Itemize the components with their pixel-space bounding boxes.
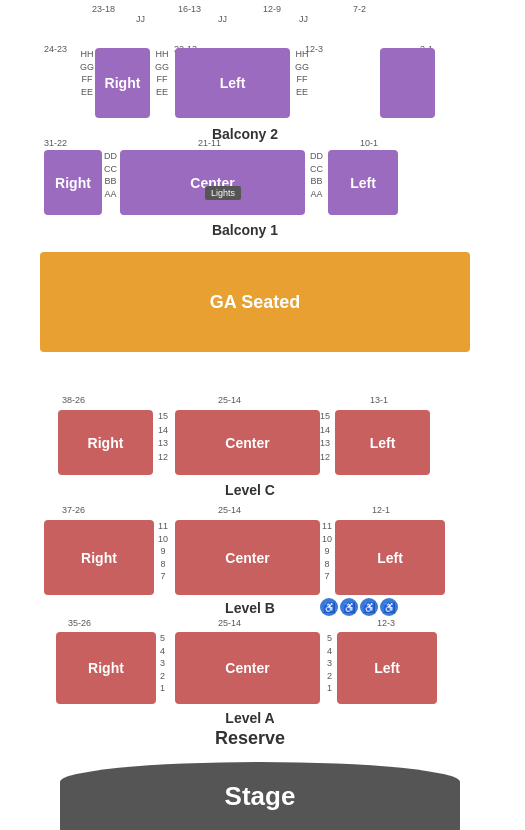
lb-center-block[interactable]: Center	[175, 520, 320, 595]
accessibility-icon-4: ♿	[380, 598, 398, 616]
lb-rows-37-26: 37-26	[62, 505, 85, 515]
lb-rows-25-14: 25-14	[218, 505, 241, 515]
la-center-block[interactable]: Center	[175, 632, 320, 704]
level-b-label: Level B	[185, 600, 315, 616]
lb-right-nums: 1110987	[322, 520, 332, 583]
b1-rows-21-11: 21-11	[198, 138, 221, 148]
accessibility-icons: ♿ ♿ ♿ ♿	[320, 598, 398, 616]
accessibility-icon-2: ♿	[340, 598, 358, 616]
b1-left-block[interactable]: Left	[328, 150, 398, 215]
b2-jj-1: JJ	[136, 14, 145, 25]
lc-right-nums: 15141312	[320, 410, 330, 464]
b1-right-block[interactable]: Right	[44, 150, 102, 215]
b2-rows-16-13: 16-13	[178, 4, 201, 14]
lb-right-block[interactable]: Right	[44, 520, 154, 595]
b2-jj-2: JJ	[218, 14, 227, 25]
balcony1-label: Balcony 1	[170, 222, 320, 238]
b2-left-letters: HHGGFFEE	[80, 48, 94, 98]
b2-center-left-letters: HHGGFFEE	[155, 48, 169, 98]
b2-center-right-letters: HHGGFFEE	[295, 48, 309, 98]
lc-rows-13-1: 13-1	[370, 395, 388, 405]
lights-badge: Lights	[205, 186, 241, 200]
venue-map: 23-18 16-13 12-9 7-2 JJ JJ JJ 24-23 22-1…	[0, 0, 525, 830]
lb-left-block[interactable]: Left	[335, 520, 445, 595]
b2-rows-7-2: 7-2	[353, 4, 366, 14]
la-right-nums: 54321	[327, 632, 332, 695]
b2-rows-12-9: 12-9	[263, 4, 281, 14]
lb-left-nums: 1110987	[158, 520, 168, 583]
b1-rows-31-22: 31-22	[44, 138, 67, 148]
accessibility-icon-3: ♿	[360, 598, 378, 616]
level-a-label: Level A	[185, 710, 315, 726]
b1-left-letters: DDCCBBAA	[104, 150, 117, 200]
b2-rows-24-23: 24-23	[44, 44, 67, 54]
balcony2-label: Balcony 2	[170, 126, 320, 142]
reserve-label: Reserve	[150, 728, 350, 749]
lc-left-block[interactable]: Left	[335, 410, 430, 475]
lb-rows-12-1: 12-1	[372, 505, 390, 515]
lc-rows-25-14: 25-14	[218, 395, 241, 405]
la-right-block[interactable]: Right	[56, 632, 156, 704]
lc-rows-38-26: 38-26	[62, 395, 85, 405]
b2-rows-23-18: 23-18	[92, 4, 115, 14]
b2-right-block[interactable]: Right	[95, 48, 150, 118]
b1-right-letters: DDCCBBAA	[310, 150, 323, 200]
ga-seated-block[interactable]: GA Seated	[40, 252, 470, 352]
b1-rows-10-1: 10-1	[360, 138, 378, 148]
lc-center-block[interactable]: Center	[175, 410, 320, 475]
la-rows-35-26: 35-26	[68, 618, 91, 628]
level-c-label: Level C	[185, 482, 315, 498]
la-rows-12-3: 12-3	[377, 618, 395, 628]
b1-center-block[interactable]: Center	[120, 150, 305, 215]
b2-jj-3: JJ	[299, 14, 308, 25]
la-left-nums: 54321	[160, 632, 165, 695]
lc-right-block[interactable]: Right	[58, 410, 153, 475]
stage-block: Stage	[60, 762, 460, 830]
lc-left-nums: 15141312	[158, 410, 168, 464]
la-left-block[interactable]: Left	[337, 632, 437, 704]
la-rows-25-14: 25-14	[218, 618, 241, 628]
accessibility-icon-1: ♿	[320, 598, 338, 616]
b2-center-block[interactable]: Left	[175, 48, 290, 118]
b2-far-right-block[interactable]	[380, 48, 435, 118]
